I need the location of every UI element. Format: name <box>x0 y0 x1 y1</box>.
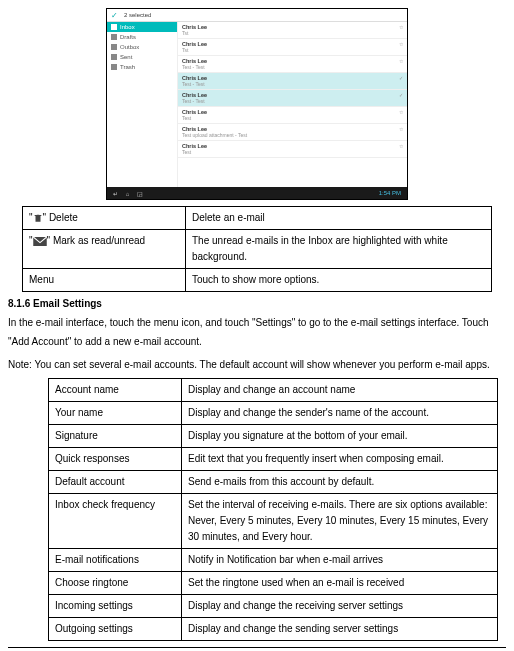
cell-menu-desc: Touch to show more options. <box>186 269 492 292</box>
cell-menu-label: Menu <box>23 269 186 292</box>
setting-name: Incoming settings <box>49 595 182 618</box>
trash-icon <box>33 213 43 223</box>
body-paragraph: In the e-mail interface, touch the menu … <box>8 313 506 351</box>
setting-name: Outgoing settings <box>49 618 182 641</box>
sidebar-item-inbox[interactable]: Inbox <box>107 22 177 32</box>
nav-back-icon[interactable]: ↵ <box>113 191 118 197</box>
cell-markread-desc: The unread e-mails in the Inbox are high… <box>186 230 492 269</box>
setting-desc: Display you signature at the bottom of y… <box>182 425 498 448</box>
setting-desc: Display and change the sending server se… <box>182 618 498 641</box>
setting-name: Your name <box>49 402 182 425</box>
email-list: Chris LeeTst☆Chris LeeTst☆Chris LeeTest … <box>178 22 407 188</box>
email-row[interactable]: Chris LeeTest - Test✓ <box>178 73 407 90</box>
table-row: Menu Touch to show more options. <box>23 269 492 292</box>
email-row[interactable]: Chris LeeTest☆ <box>178 107 407 124</box>
sidebar-item-trash[interactable]: Trash <box>107 62 177 72</box>
selection-count: 2 selected <box>124 12 151 18</box>
setting-desc: Send e-mails from this account by defaul… <box>182 471 498 494</box>
email-row[interactable]: Chris LeeTst☆ <box>178 22 407 39</box>
setting-desc: Edit text that you frequently insert whe… <box>182 448 498 471</box>
setting-name: Inbox check frequency <box>49 494 182 549</box>
table-row: Your nameDisplay and change the sender's… <box>49 402 498 425</box>
ss-action-bar: ✓ 2 selected <box>107 9 407 22</box>
sent-icon <box>111 54 117 60</box>
inbox-icon <box>111 24 117 30</box>
email-row[interactable]: Chris LeeTst☆ <box>178 39 407 56</box>
sidebar-item-drafts[interactable]: Drafts <box>107 32 177 42</box>
back-icon[interactable]: ✓ <box>111 11 118 20</box>
setting-desc: Notify in Notification bar when e-mail a… <box>182 549 498 572</box>
setting-desc: Display and change the receiving server … <box>182 595 498 618</box>
table-row: Choose ringtoneSet the ringtone used whe… <box>49 572 498 595</box>
status-clock: 1:54 PM <box>379 190 401 196</box>
table-row: Default accountSend e-mails from this ac… <box>49 471 498 494</box>
ss-sidebar: Inbox Drafts Outbox Sent Trash <box>107 22 178 188</box>
drafts-icon <box>111 34 117 40</box>
table-row: E-mail notificationsNotify in Notificati… <box>49 549 498 572</box>
setting-name: Default account <box>49 471 182 494</box>
email-row[interactable]: Chris LeeTest - Test☆ <box>178 56 407 73</box>
section-heading: 8.1.6 Email Settings <box>8 298 506 309</box>
setting-desc: Display and change an account name <box>182 379 498 402</box>
table-row: Quick responsesEdit text that you freque… <box>49 448 498 471</box>
body-paragraph: Note: You can set several e-mail account… <box>8 355 506 374</box>
setting-name: Account name <box>49 379 182 402</box>
setting-desc: Display and change the sender's name of … <box>182 402 498 425</box>
setting-name: Quick responses <box>49 448 182 471</box>
email-row[interactable]: Chris LeeTest - Test✓ <box>178 90 407 107</box>
cell-delete-label: "" Delete <box>23 207 186 230</box>
sidebar-item-sent[interactable]: Sent <box>107 52 177 62</box>
nav-recent-icon[interactable]: ◲ <box>137 191 143 197</box>
trash-icon <box>111 64 117 70</box>
table-row: Inbox check frequencySet the interval of… <box>49 494 498 549</box>
page-footer: -35- <box>8 647 506 651</box>
setting-desc: Set the interval of receiving e-mails. T… <box>182 494 498 549</box>
ss-system-bar: ↵ ⌂ ◲ 1:54 PM <box>107 187 407 199</box>
table-row: Account nameDisplay and change an accoun… <box>49 379 498 402</box>
envelope-icon <box>33 237 47 246</box>
cell-markread-label: "" Mark as read/unread <box>23 230 186 269</box>
icon-description-table: "" Delete Delete an e-mail "" Mark as re… <box>22 206 492 292</box>
cell-delete-desc: Delete an e-mail <box>186 207 492 230</box>
table-row: Incoming settingsDisplay and change the … <box>49 595 498 618</box>
email-row[interactable]: Chris LeeTest upload attachment - Test☆ <box>178 124 407 141</box>
setting-name: E-mail notifications <box>49 549 182 572</box>
nav-home-icon[interactable]: ⌂ <box>126 191 130 197</box>
outbox-icon <box>111 44 117 50</box>
email-row[interactable]: Chris LeeTest☆ <box>178 141 407 158</box>
setting-name: Signature <box>49 425 182 448</box>
setting-name: Choose ringtone <box>49 572 182 595</box>
table-row: "" Delete Delete an e-mail <box>23 207 492 230</box>
settings-table: Account nameDisplay and change an accoun… <box>48 378 498 641</box>
table-row: Outgoing settingsDisplay and change the … <box>49 618 498 641</box>
setting-desc: Set the ringtone used when an e-mail is … <box>182 572 498 595</box>
tablet-screenshot: ✓ 2 selected Inbox Drafts Outbox Sent Tr… <box>106 8 408 200</box>
table-row: SignatureDisplay you signature at the bo… <box>49 425 498 448</box>
table-row: "" Mark as read/unread The unread e-mail… <box>23 230 492 269</box>
sidebar-item-outbox[interactable]: Outbox <box>107 42 177 52</box>
